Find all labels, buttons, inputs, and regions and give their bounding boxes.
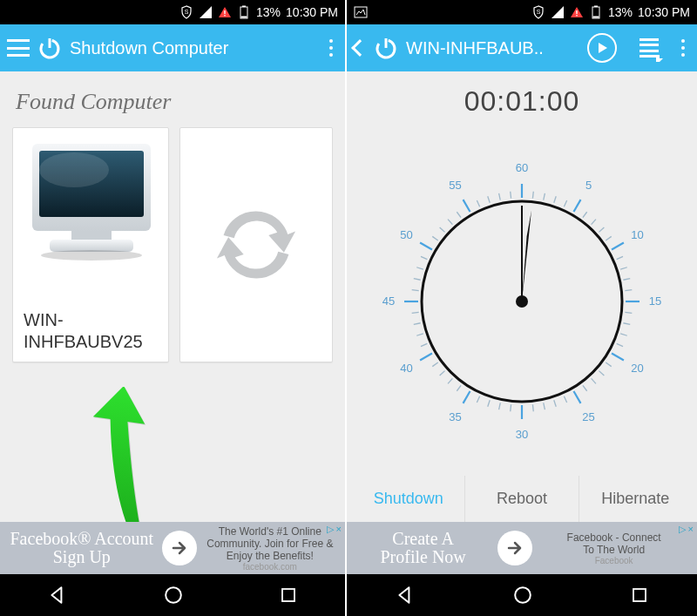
app-title: WIN-INHFBAUB..: [406, 38, 580, 58]
svg-line-71: [412, 289, 419, 290]
hibernate-tab[interactable]: Hibernate: [579, 476, 692, 522]
image-icon: [354, 5, 368, 19]
svg-rect-5: [241, 17, 247, 18]
status-bar: S 13% 10:30 PM: [347, 0, 697, 24]
nav-back-icon[interactable]: [396, 586, 415, 605]
svg-text:10: 10: [631, 227, 643, 240]
overflow-icon[interactable]: [681, 46, 685, 50]
svg-line-49: [583, 385, 587, 390]
svg-line-52: [554, 400, 556, 407]
svg-line-66: [421, 343, 427, 346]
svg-line-64: [432, 362, 437, 366]
svg-line-79: [457, 212, 461, 217]
ad-domain: Facebook: [539, 556, 688, 565]
svg-point-14: [166, 587, 181, 603]
timer-dial[interactable]: 60510152025303540455055: [378, 153, 666, 441]
svg-line-78: [448, 219, 452, 224]
svg-line-47: [599, 370, 604, 375]
svg-text:15: 15: [649, 294, 661, 308]
reboot-tab[interactable]: Reboot: [464, 476, 578, 522]
nav-back-icon[interactable]: [48, 586, 67, 605]
overflow-icon[interactable]: [329, 46, 333, 50]
svg-rect-4: [242, 6, 246, 8]
ad-headline-1: Create A: [355, 530, 491, 548]
svg-line-60: [464, 391, 470, 403]
svg-line-81: [477, 200, 479, 206]
svg-line-41: [625, 312, 632, 313]
ad-banner[interactable]: Create A Profile Now Facebook - Connect …: [347, 522, 697, 574]
svg-line-77: [440, 227, 445, 232]
nav-home-icon[interactable]: [164, 586, 183, 605]
power-icon: [373, 35, 399, 61]
svg-line-67: [416, 333, 423, 335]
app-bar: WIN-INHFBAUB..: [347, 24, 697, 71]
svg-line-73: [416, 267, 423, 268]
svg-line-82: [488, 196, 490, 203]
ad-line-2: To The World: [539, 544, 688, 556]
hamburger-icon[interactable]: [7, 39, 30, 57]
svg-point-13: [41, 250, 142, 261]
ad-domain: facebook.com: [204, 562, 336, 572]
svg-line-28: [554, 196, 556, 203]
ad-headline-1: Facebook® Account: [9, 530, 155, 548]
content-area: Found Computer WIN: [0, 71, 345, 522]
shield-icon: S: [179, 5, 193, 19]
back-icon[interactable]: [351, 39, 369, 57]
svg-text:50: 50: [400, 227, 412, 240]
ad-banner[interactable]: Facebook® Account Sign Up The World's #1…: [0, 522, 345, 574]
power-icon: [37, 35, 63, 61]
svg-line-50: [574, 391, 581, 403]
play-button[interactable]: [587, 33, 617, 63]
svg-text:55: 55: [449, 179, 461, 192]
adchoices-icon[interactable]: ▷ ×: [679, 524, 694, 535]
svg-line-74: [421, 256, 427, 259]
nav-recent-icon[interactable]: [631, 586, 648, 604]
svg-rect-12: [50, 240, 133, 252]
svg-line-68: [414, 322, 421, 324]
nav-home-icon[interactable]: [513, 586, 532, 605]
ad-line-1: Facebook - Connect: [539, 531, 688, 544]
svg-line-29: [564, 200, 566, 206]
svg-text:30: 30: [516, 428, 528, 441]
svg-text:40: 40: [400, 361, 412, 374]
svg-line-75: [420, 242, 432, 249]
shield-icon: S: [531, 5, 545, 19]
app-bar: Shutdown Computer: [0, 24, 345, 71]
svg-text:S: S: [537, 9, 541, 15]
svg-rect-19: [576, 15, 577, 16]
svg-line-33: [599, 227, 604, 232]
svg-line-30: [574, 200, 581, 212]
alert-icon: [570, 5, 584, 19]
svg-line-48: [592, 378, 596, 383]
svg-text:45: 45: [382, 294, 395, 308]
svg-line-83: [499, 193, 501, 200]
svg-line-53: [544, 403, 545, 410]
svg-rect-21: [594, 6, 598, 8]
svg-line-54: [532, 404, 533, 411]
section-title: Found Computer: [16, 89, 329, 115]
svg-line-65: [420, 353, 432, 360]
svg-line-35: [612, 242, 624, 249]
adchoices-icon[interactable]: ▷ ×: [327, 524, 342, 535]
shutdown-tab[interactable]: Shutdown: [352, 476, 464, 522]
svg-line-69: [412, 312, 419, 313]
ad-arrow-icon: [497, 531, 532, 565]
svg-text:60: 60: [516, 161, 528, 174]
svg-rect-22: [593, 17, 599, 18]
battery-icon: [589, 5, 603, 19]
log-icon[interactable]: [639, 38, 659, 58]
nav-bar: [0, 574, 345, 616]
nav-recent-icon[interactable]: [280, 586, 297, 604]
svg-line-37: [620, 267, 627, 268]
action-tabs: Shutdown Reboot Hibernate: [352, 476, 692, 522]
refresh-card[interactable]: [179, 127, 333, 362]
svg-rect-16: [355, 7, 367, 17]
svg-line-26: [532, 191, 533, 198]
battery-icon: [237, 5, 251, 19]
svg-line-61: [457, 385, 461, 390]
clock: 10:30 PM: [638, 5, 690, 19]
svg-line-31: [583, 212, 587, 217]
svg-line-39: [625, 289, 632, 290]
svg-line-72: [414, 278, 421, 280]
computer-card[interactable]: WIN-INHFBAUBV25: [12, 127, 169, 362]
